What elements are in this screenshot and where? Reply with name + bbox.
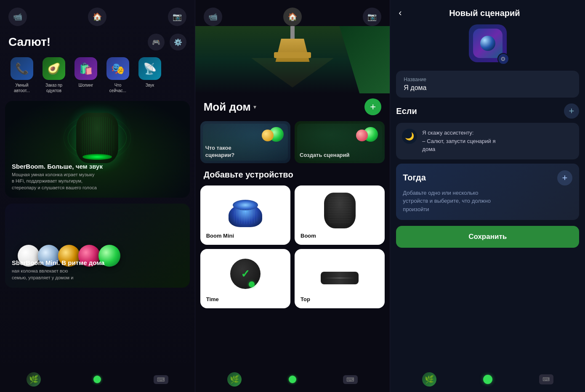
device-top-label: Top (300, 296, 310, 302)
shortcut-phone-label: Умныйавтоот... (14, 82, 30, 93)
if-add-button[interactable]: + (564, 103, 579, 119)
name-field-value: Я дома (404, 84, 572, 92)
then-desc: Добавьте одно или несколькоустройств и в… (403, 190, 491, 212)
shortcut-what-label: Чтосейчас... (109, 82, 126, 93)
greeting-row: Салют! 🎮 ⚙️ (0, 30, 195, 57)
save-button-label: Сохранить (468, 233, 507, 241)
shortcut-sound-label: Звук (146, 82, 154, 88)
topbar-1: 📹 🏠 📷 (0, 0, 195, 30)
p3-bottombar: 🌿 ⌨ (390, 367, 585, 392)
panel-3: ‹ Новый сценарий ⚙ Название Я дома Если … (390, 0, 585, 392)
shop-icon: 🛍️ (74, 57, 97, 80)
p2-green-dot (289, 376, 296, 383)
if-title: Если (396, 106, 417, 116)
p2-bottombar: 🌿 ⌨ (195, 367, 390, 392)
gear-badge-icon: ⚙ (497, 53, 509, 65)
shortcut-order[interactable]: 🥑 Заказ продуктов (40, 57, 67, 93)
scenarios-row: Что такоесценарии? Создать сценарий (195, 121, 390, 170)
condition-card[interactable]: 🌙 Я скажу ассистенту:– Салют, запусти сц… (396, 123, 579, 159)
device-card-boom-mini[interactable]: Boom Mini (200, 185, 290, 245)
greeting-text: Салют! (8, 35, 51, 49)
p1-green-dot (93, 376, 101, 383)
banner-sberboom-mini[interactable]: SberBoom Mini. В ритме дома ная колонка … (5, 204, 190, 288)
then-section-header: Тогда + (403, 170, 572, 185)
name-field-label: Название (404, 77, 572, 82)
sound-icon: 📡 (138, 57, 161, 80)
topbar-2: 📹 🏠 📷 (195, 0, 390, 26)
time-image: ✓ (206, 255, 285, 293)
p3-kbd-icon: ⌨ (539, 374, 553, 384)
p3-back-button[interactable]: ‹ (399, 8, 402, 19)
home-icon[interactable]: 🏠 (88, 8, 106, 26)
name-field[interactable]: Название Я дома (396, 71, 579, 98)
p3-title: Новый сценарий (449, 8, 520, 18)
panel-2: 📹 🏠 📷 Мой дом ▾ + (195, 0, 390, 392)
banner2-desc: ная колонка ввлекает всюсемью, управляет… (12, 268, 183, 281)
p1-logo-icon: 🌿 (27, 372, 41, 387)
device-boom-label: Boom (300, 233, 316, 239)
scenario-icon-box: ⚙ (469, 24, 507, 62)
what-icon: 🎭 (106, 57, 129, 80)
boom-mini-image (206, 191, 285, 229)
p2-video-icon[interactable]: 📹 (204, 8, 222, 26)
p2-header: Мой дом ▾ + (195, 93, 390, 121)
p2-chevron-icon[interactable]: ▾ (253, 103, 256, 110)
remote-icon[interactable]: 🎮 (148, 34, 165, 50)
video-icon[interactable]: 📹 (8, 8, 27, 26)
then-title: Тогда (403, 173, 426, 183)
shortcuts-row: 📞 Умныйавтоот... 🥑 Заказ продуктов 🛍️ Шо… (0, 57, 195, 101)
settings-icon[interactable]: ⚙️ (170, 34, 186, 50)
p3-topbar: ‹ Новый сценарий (390, 0, 585, 24)
scenario-what-label: Что такоесценарии? (205, 145, 234, 159)
p3-green-dot (483, 375, 492, 384)
scenario-icon-inner (473, 29, 503, 58)
devices-title: Добавьте устройство (195, 170, 390, 185)
p3-logo-icon: 🌿 (422, 372, 436, 387)
phone-icon: 📞 (11, 57, 33, 80)
if-section-header: Если + (396, 103, 579, 119)
p3-bottom-icons: 🌿 ⌨ (390, 372, 585, 387)
p1-kbd-icon: ⌨ (154, 375, 168, 384)
banner2-title: SberBoom Mini. В ритме дома (12, 259, 183, 266)
device-card-time[interactable]: ✓ Time (200, 249, 290, 308)
p2-add-button[interactable]: + (364, 98, 381, 115)
hero-image (195, 26, 390, 93)
save-button[interactable]: Сохранить (396, 226, 579, 248)
shortcut-order-label: Заказ продуктов (45, 82, 62, 93)
shortcut-sound[interactable]: 📡 Звук (136, 57, 163, 93)
shortcut-shop-label: Шопинг (79, 82, 93, 88)
scenario-create[interactable]: Создать сценарий (295, 121, 385, 163)
panel-1: 📹 🏠 📷 Салют! 🎮 ⚙️ 📞 Умныйавтоот... 🥑 Зак… (0, 0, 195, 392)
device-boom-mini-label: Boom Mini (206, 233, 234, 239)
scenario-what[interactable]: Что такоесценарии? (200, 121, 290, 163)
order-icon: 🥑 (43, 57, 65, 80)
p2-title: Мой дом (204, 101, 251, 114)
condition-text: Я скажу ассистенту:– Салют, запусти сцен… (422, 129, 495, 154)
scenario-create-label: Создать сценарий (300, 152, 350, 159)
shortcut-shop[interactable]: 🛍️ Шопинг (72, 57, 99, 93)
device-card-boom[interactable]: Boom (295, 185, 385, 245)
shortcut-what[interactable]: 🎭 Чтосейчас... (104, 57, 131, 93)
p2-kbd-icon: ⌨ (343, 375, 358, 384)
camera-icon[interactable]: 📷 (168, 8, 186, 26)
devices-grid: Boom Mini Boom ✓ T (195, 185, 390, 308)
p2-camera-icon[interactable]: 📷 (363, 8, 381, 26)
top-image (300, 255, 379, 293)
then-section: Тогда + Добавьте одно или несколькоустро… (396, 164, 579, 220)
p1-bottombar: 🌿 ⌨ (0, 367, 195, 392)
assistant-icon: 🌙 (402, 129, 417, 144)
p2-logo-icon: 🌿 (227, 372, 242, 387)
boom-image (300, 191, 379, 229)
banner-sberboom[interactable]: SberBoom. Больше, чем звук Мощная умная … (5, 101, 190, 198)
device-card-top[interactable]: Top (295, 249, 385, 308)
then-add-button[interactable]: + (557, 170, 572, 185)
shortcut-phone[interactable]: 📞 Умныйавтоот... (8, 57, 35, 93)
if-section: Если + 🌙 Я скажу ассистенту:– Салют, зап… (396, 103, 579, 159)
p2-home-icon[interactable]: 🏠 (283, 8, 302, 26)
device-time-label: Time (206, 296, 219, 302)
greeting-icons: 🎮 ⚙️ (148, 34, 186, 50)
